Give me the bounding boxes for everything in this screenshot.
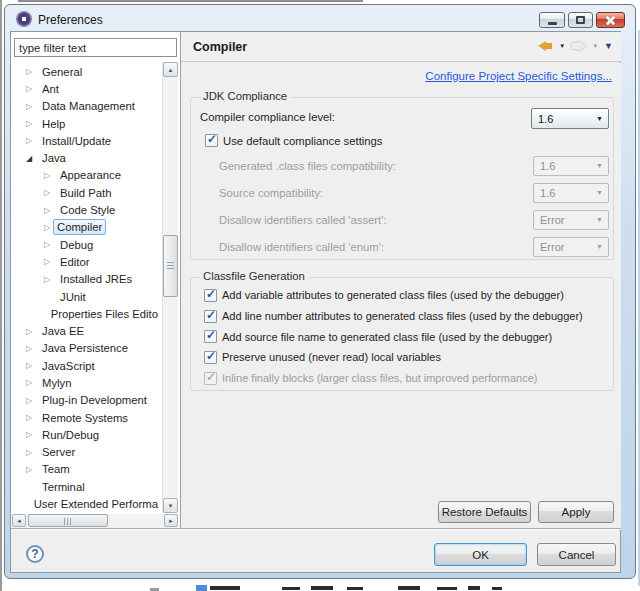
tree-expander-icon[interactable] xyxy=(26,344,38,353)
tree-expander-icon[interactable] xyxy=(44,257,56,266)
tree-item[interactable]: Java Persistence xyxy=(11,340,162,357)
use-default-compliance-row[interactable]: Use default compliance settings xyxy=(205,134,383,147)
maximize-button[interactable] xyxy=(568,12,593,28)
tree-item[interactable]: Server xyxy=(11,444,162,461)
tree-item[interactable]: Java EE xyxy=(11,322,162,339)
jdk-setting-select[interactable]: Error ▼ xyxy=(533,210,609,230)
tree-vertical-scrollbar[interactable]: ▲ ▼ xyxy=(162,62,178,513)
vertical-scroll-thumb[interactable] xyxy=(163,235,178,297)
jdk-setting-label: Disallow identifiers called 'assert': xyxy=(219,214,387,226)
horizontal-scroll-thumb[interactable] xyxy=(28,514,108,527)
minimize-button[interactable] xyxy=(539,12,565,28)
jdk-setting-select[interactable]: Error ▼ xyxy=(533,237,609,257)
tree-item[interactable]: Debug xyxy=(11,236,162,253)
tree-item[interactable]: Build Path xyxy=(11,184,162,201)
back-menu-icon[interactable]: ▼ xyxy=(559,43,565,49)
tree-item[interactable]: General xyxy=(11,63,162,80)
apply-button[interactable]: Apply xyxy=(538,501,614,523)
tree-expander-icon[interactable] xyxy=(26,361,38,370)
tree-item[interactable]: Terminal xyxy=(11,478,162,495)
tree-expander-icon[interactable] xyxy=(44,275,56,284)
scroll-left-button[interactable]: ◄ xyxy=(12,514,26,527)
tree-item-label: Server xyxy=(38,444,79,460)
tree-item[interactable]: Remote Systems xyxy=(11,409,162,426)
tree-item[interactable]: Run/Debug xyxy=(11,426,162,443)
tree-item[interactable]: JUnit xyxy=(11,288,162,305)
scroll-down-button[interactable]: ▼ xyxy=(163,498,178,513)
tree-item-label: JavaScript xyxy=(38,358,99,374)
tree-expander-icon[interactable] xyxy=(44,188,56,197)
tree-item[interactable]: Compiler xyxy=(11,219,162,236)
cancel-button[interactable]: Cancel xyxy=(537,543,616,566)
use-default-checkbox[interactable] xyxy=(205,134,218,147)
tree-expander-icon[interactable] xyxy=(26,448,38,457)
tree-expander-icon[interactable] xyxy=(44,171,56,180)
tree-horizontal-scrollbar[interactable]: ◄ ► xyxy=(12,514,178,528)
classfile-option-row[interactable]: Add line number attributes to generated … xyxy=(204,306,609,327)
option-checkbox[interactable] xyxy=(204,289,217,302)
tree-expander-icon[interactable] xyxy=(26,327,38,336)
classfile-option-row[interactable]: Add variable attributes to generated cla… xyxy=(204,285,609,306)
jdk-setting-select[interactable]: 1.6 ▼ xyxy=(533,183,609,203)
tree-expander-icon[interactable] xyxy=(26,119,38,128)
tree-expander-icon[interactable] xyxy=(26,430,38,439)
tree-expander-icon[interactable] xyxy=(26,136,38,145)
option-label: Preserve unused (never read) local varia… xyxy=(222,351,441,363)
tree-item-label: Run/Debug xyxy=(38,427,103,443)
filter-input[interactable] xyxy=(14,38,177,57)
tree-item[interactable]: User Extended Performa xyxy=(11,495,162,512)
tree-item[interactable]: JavaScript xyxy=(11,357,162,374)
help-button[interactable]: ? xyxy=(26,545,44,563)
window-title: Preferences xyxy=(38,13,103,27)
scroll-right-icon: ► xyxy=(168,518,174,524)
back-icon[interactable] xyxy=(538,40,553,52)
tree-item[interactable]: Editor xyxy=(11,253,162,270)
tree-item-label: Compiler xyxy=(53,219,106,235)
tree-item[interactable]: Code Style xyxy=(11,201,162,218)
tree-item[interactable]: Mylyn xyxy=(11,374,162,391)
tree-expander-icon[interactable] xyxy=(26,465,38,474)
tree-expander-icon[interactable] xyxy=(26,67,38,76)
option-label: Add line number attributes to generated … xyxy=(222,310,583,322)
scroll-up-button[interactable]: ▲ xyxy=(163,62,178,77)
restore-defaults-button[interactable]: Restore Defaults xyxy=(438,501,531,523)
tree-item[interactable]: Installed JREs xyxy=(11,271,162,288)
forward-menu-icon[interactable]: ▼ xyxy=(592,43,598,49)
tree-expander-icon[interactable] xyxy=(44,240,56,249)
tree-item[interactable]: Team xyxy=(11,461,162,478)
view-menu-icon[interactable]: ▼ xyxy=(604,42,613,51)
minimize-icon xyxy=(548,22,557,25)
forward-icon[interactable] xyxy=(571,40,586,52)
tree-expander-icon[interactable] xyxy=(26,84,38,93)
tree-item[interactable]: Help xyxy=(11,115,162,132)
compliance-level-select[interactable]: 1.6 ▼ xyxy=(531,108,609,129)
option-checkbox[interactable] xyxy=(204,310,217,323)
classfile-option-row[interactable]: Preserve unused (never read) local varia… xyxy=(204,347,609,368)
tree-item[interactable]: Properties Files Edito xyxy=(11,305,162,322)
option-checkbox[interactable] xyxy=(204,372,217,385)
configure-project-settings-link[interactable]: Configure Project Specific Settings... xyxy=(425,70,612,82)
tree-item[interactable]: Data Management xyxy=(11,98,162,115)
tree-expander-icon[interactable] xyxy=(26,378,38,387)
option-checkbox[interactable] xyxy=(204,330,217,343)
option-checkbox[interactable] xyxy=(204,351,217,364)
jdk-setting-select[interactable]: 1.6 ▼ xyxy=(533,156,609,176)
tree-expander-icon[interactable] xyxy=(26,396,38,405)
tree-item[interactable]: Plug-in Development xyxy=(11,392,162,409)
scroll-right-button[interactable]: ► xyxy=(164,514,178,527)
footer-divider xyxy=(11,528,621,529)
tree-item[interactable]: Install/Update xyxy=(11,132,162,149)
tree-item[interactable]: Ant xyxy=(11,80,162,97)
tree-item[interactable]: Java xyxy=(11,149,162,166)
tree-expander-icon[interactable] xyxy=(26,413,38,422)
classfile-option-row[interactable]: Inline finally blocks (larger class file… xyxy=(204,368,609,389)
classfile-option-row[interactable]: Add source file name to generated class … xyxy=(204,326,609,347)
jdk-setting-row: Disallow identifiers called 'enum': Erro… xyxy=(219,233,609,260)
tree-item[interactable]: Appearance xyxy=(11,167,162,184)
tree-expander-icon[interactable] xyxy=(26,154,38,163)
tree-expander-icon[interactable] xyxy=(26,102,38,111)
tree-expander-icon[interactable] xyxy=(44,206,56,215)
close-button[interactable] xyxy=(596,12,625,28)
ok-button[interactable]: OK xyxy=(434,543,527,566)
jdk-setting-label: Generated .class files compatibility: xyxy=(219,160,396,172)
